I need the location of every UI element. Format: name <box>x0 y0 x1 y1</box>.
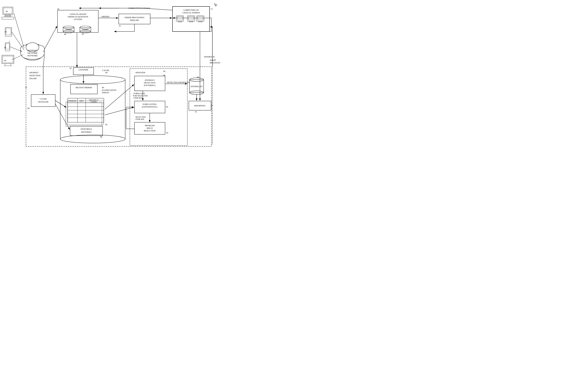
svg-line-84 <box>43 55 44 67</box>
cache-manager-label: CACHE <box>40 98 47 100</box>
svg-rect-21 <box>187 16 195 21</box>
svg-text:USERS: USERS <box>90 101 97 103</box>
patent-diagram: 30 CATALOG-BASED ORDER ACQUISITION SYSTE… <box>0 0 223 152</box>
feedback-label: FEEDBACK <box>204 56 215 58</box>
ref-34: 34 <box>57 8 59 10</box>
svg-text:SPACE: SPACE <box>146 127 153 129</box>
svg-rect-80 <box>66 102 102 126</box>
svg-text:ORDER ACQUISITION: ORDER ACQUISITION <box>68 15 88 18</box>
analyzer-label: ANALYZER <box>135 71 145 74</box>
ref-88: 88 <box>100 136 102 138</box>
ref-40: 40 <box>5 31 7 33</box>
anomaly-engine-label: ANOMALY <box>29 71 39 74</box>
svg-text:OR OTHER: OR OTHER <box>28 52 38 54</box>
svg-line-41 <box>9 41 10 43</box>
svg-rect-89 <box>130 69 187 145</box>
ref-44: 44 <box>4 59 6 62</box>
ref-94: 94 <box>166 106 168 108</box>
item-id-header: ITEM ID <box>68 100 76 102</box>
ref-70: 70 <box>195 111 197 113</box>
svg-rect-24 <box>197 16 204 21</box>
svg-rect-26 <box>198 21 202 22</box>
svg-text:HISTORIES: HISTORIES <box>81 131 91 133</box>
ref-64: 64 <box>163 70 165 72</box>
svg-text:ITEM IDS: ITEM IDS <box>133 97 142 99</box>
svg-text:(FILTERING): (FILTERING) <box>144 84 155 86</box>
ref-60: 60 <box>105 71 108 74</box>
svg-rect-18 <box>176 16 184 21</box>
svg-rect-22 <box>188 16 194 20</box>
ref-80: 80 <box>102 86 104 89</box>
svg-line-45 <box>10 64 11 66</box>
svg-point-64 <box>60 135 125 143</box>
svg-rect-23 <box>189 21 193 22</box>
ref-68: 68 <box>197 76 199 78</box>
svg-rect-20 <box>178 21 182 22</box>
selected-item-ids-label: SELECTED <box>135 116 146 118</box>
items-label: ITEMS <box>66 28 72 31</box>
svg-rect-68 <box>71 84 97 94</box>
reporting-label: REPORTING <box>194 105 205 107</box>
svg-line-85 <box>55 100 66 108</box>
svg-text:(EXPONENTIAL): (EXPONENTIAL) <box>142 106 158 108</box>
svg-rect-25 <box>198 16 203 20</box>
svg-rect-42 <box>2 55 14 64</box>
ref-96: 96 <box>163 74 165 76</box>
svg-line-53 <box>14 13 24 48</box>
svg-text:NETWORK: NETWORK <box>28 55 38 57</box>
internet-network-label: INTERNET <box>28 49 37 52</box>
svg-line-57 <box>44 26 57 49</box>
svg-text:REDUCTION: REDUCTION <box>144 129 156 132</box>
ref-86: 86 <box>28 107 30 109</box>
order-processing-label: ORDER PROCESSING <box>124 16 144 18</box>
users-label: USERS <box>82 28 88 31</box>
svg-text:TABLES: TABLES <box>102 91 109 94</box>
svg-text:DETECTION: DETECTION <box>29 74 41 77</box>
ref-92: 92 <box>166 132 168 134</box>
ref-32: 32 <box>25 86 27 88</box>
recent-orders-label: RECENT ORDERS <box>76 86 92 89</box>
svg-text:SYSTEM: SYSTEM <box>74 18 82 20</box>
ref-52: 52 <box>119 25 121 27</box>
svg-text:FOR SELECTED: FOR SELECTED <box>133 95 148 97</box>
catalog-system-label: CATALOG-BASED <box>70 13 86 15</box>
svg-rect-32 <box>3 7 13 14</box>
orders-label: ORDERS <box>101 15 109 18</box>
anomalies-label: ANOMALIES <box>191 85 203 87</box>
aggregation-tables-label: AGGREGATION <box>102 89 116 91</box>
alert-messages-label: ALERT <box>210 59 216 61</box>
ref-38: 38 <box>6 10 8 13</box>
detected-anomalies-label: DETECTED ANOMALIES <box>167 81 190 84</box>
problem-space-label: PROBLEM <box>145 124 155 126</box>
ref-46: 46 <box>64 33 66 35</box>
svg-text:DETECTION: DETECTION <box>144 82 155 84</box>
svg-rect-40 <box>6 43 9 49</box>
ref-50: 50 <box>82 33 84 35</box>
svg-text:MANAGER: MANAGER <box>38 101 48 103</box>
svg-line-56 <box>12 55 23 60</box>
svg-point-61 <box>60 76 125 84</box>
svg-rect-19 <box>177 16 183 20</box>
ref-62: 62 <box>70 67 72 69</box>
svg-line-55 <box>10 47 22 52</box>
ref-74: 74 <box>211 8 213 10</box>
svg-rect-79 <box>67 101 103 125</box>
item-price-label: ITEM PRICE <box>81 128 92 130</box>
computers-catalog-label: COMPUTERS OF <box>183 9 199 11</box>
svg-text:PIPELINE: PIPELINE <box>130 19 139 21</box>
ref-82: 82 <box>105 123 107 126</box>
svg-rect-35 <box>5 15 11 16</box>
svg-rect-34 <box>6 14 10 15</box>
forecasting-label: FORECASTING <box>143 103 157 105</box>
svg-rect-36 <box>2 17 14 19</box>
svg-line-54 <box>12 32 24 50</box>
svg-text:ITEM IDS: ITEM IDS <box>135 118 144 120</box>
svg-line-88 <box>55 104 70 130</box>
svg-text:ENGINE: ENGINE <box>29 77 37 80</box>
svg-text:MESSAGES: MESSAGES <box>210 62 220 64</box>
forecasts-label: FORECASTS <box>133 92 145 95</box>
svg-line-44 <box>5 64 6 66</box>
qty-header: QTY <box>80 100 84 102</box>
anomaly-detection-filtering-label: ANOMALY <box>145 79 155 81</box>
listener-label: LISTENER <box>79 69 88 71</box>
